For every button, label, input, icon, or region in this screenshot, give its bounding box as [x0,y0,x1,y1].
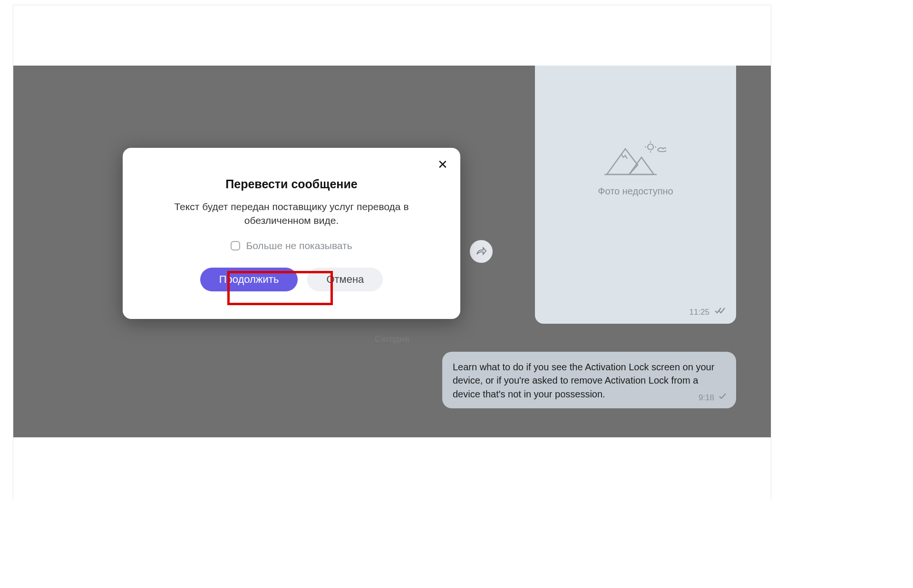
translate-modal: ✕ Перевести сообщение Текст будет переда… [123,148,460,319]
chat-background: Фото недоступно 11:25 Сегодня Learn what… [13,66,771,437]
message-bubble[interactable]: Learn what to do if you see the Activati… [442,352,736,408]
sent-tick-icon [718,390,728,403]
message-timestamp: 9:18 [699,392,714,404]
date-separator: Сегодня [375,334,409,344]
photo-unavailable-label: Фото недоступно [598,186,673,197]
bottom-whitespace [13,437,771,500]
modal-title: Перевести сообщение [144,177,439,191]
close-button[interactable]: ✕ [437,158,448,171]
checkbox-label: Больше не показывать [246,240,352,251]
modal-body-text: Текст будет передан поставщику услуг пер… [144,200,439,228]
cancel-button[interactable]: Отмена [307,268,383,291]
close-icon: ✕ [437,157,448,172]
outer-frame: Фото недоступно 11:25 Сегодня Learn what… [13,5,771,499]
forward-button[interactable] [470,240,493,263]
checkbox[interactable] [231,241,240,251]
photo-timestamp: 11:25 [689,308,709,317]
svg-point-0 [648,144,653,150]
modal-button-row: Продолжить Отмена [144,268,439,291]
dont-show-row[interactable]: Больше не показывать [144,240,439,251]
message-text: Learn what to do if you see the Activati… [453,362,714,399]
photo-bubble: Фото недоступно 11:25 [535,66,736,324]
photo-placeholder: Фото недоступно [598,140,673,197]
read-ticks-icon [714,307,728,317]
continue-button[interactable]: Продолжить [200,268,298,291]
forward-icon [476,247,487,256]
mountain-icon [604,140,666,178]
top-whitespace [13,5,771,66]
